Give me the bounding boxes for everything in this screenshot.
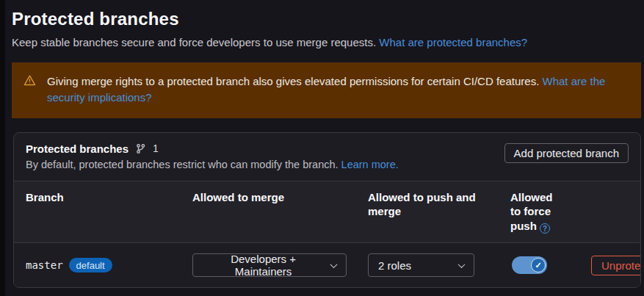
toggle-check-icon: ✓ [531,258,546,272]
column-header-actions [591,190,629,234]
default-badge: default [69,258,112,272]
actions-cell: Unprotect [591,256,641,275]
column-header-branch: Branch [26,190,192,234]
warning-alert: Giving merge rights to a protected branc… [12,62,641,118]
allowed-to-merge-dropdown[interactable]: Developers + Maintainers [192,253,347,277]
card-description: By default, protected branches restrict … [26,159,399,170]
card-header-text: Protected branches 1 By default, protec [26,142,399,170]
force-push-toggle[interactable]: ✓ [512,256,547,274]
learn-more-link[interactable]: Learn more. [341,159,399,170]
add-protected-branch-button[interactable]: Add protected branch [504,143,629,163]
allowed-to-merge-value: Developers + Maintainers [203,253,324,278]
page-subtitle-text: Keep stable branches secure and force de… [12,36,376,48]
card-header: Protected branches 1 By default, protec [14,133,640,181]
column-header-allowed-to-merge: Allowed to merge [192,190,368,234]
warning-triangle-icon [23,74,36,90]
force-push-cell: ✓ [510,256,591,274]
column-header-allowed-to-push-and-merge: Allowed to push and merge [368,190,510,234]
page-subtitle: Keep stable branches secure and force de… [12,36,634,48]
what-are-protected-branches-link[interactable]: What are protected branches? [379,36,527,48]
protected-branches-card: Protected branches 1 By default, protec [13,132,641,289]
allowed-to-push-dropdown[interactable]: 2 roles [368,253,474,277]
table-header-row: Branch Allowed to merge Allowed to push … [14,181,640,244]
window-edge [0,0,5,296]
warning-text: Giving merge rights to a protected branc… [47,75,539,87]
warning-alert-text: Giving merge rights to a protected branc… [47,73,612,106]
git-branch-icon [135,143,146,154]
chevron-down-icon [330,261,338,268]
protected-branch-count: 1 [153,142,159,154]
allowed-to-push-cell: 2 roles [368,253,510,277]
branch-name: master [26,259,63,271]
branch-cell: master default [26,258,192,272]
chevron-down-icon [458,261,466,268]
protected-branches-settings: Protected branches Keep stable branches … [5,0,641,288]
column-header-allowed-to-force-push: Allowed to force push ? [510,190,591,234]
allowed-to-push-value: 2 roles [378,259,411,272]
table-row: master default Developers + Maintainers … [14,243,640,287]
unprotect-button[interactable]: Unprotect [591,256,641,275]
question-circle-icon[interactable]: ? [540,223,550,234]
allowed-to-merge-cell: Developers + Maintainers [192,253,368,277]
page-title: Protected branches [12,9,634,29]
card-heading: Protected branches [26,142,129,155]
card-description-text: By default, protected branches restrict … [26,159,339,170]
